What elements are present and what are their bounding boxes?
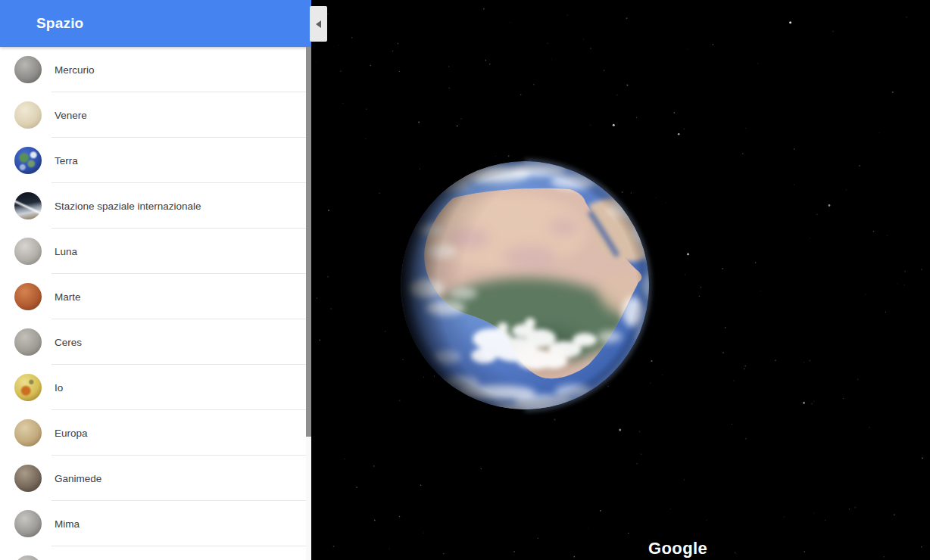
sidebar-collapse-button[interactable] bbox=[310, 6, 327, 42]
mimas-thumbnail bbox=[14, 510, 42, 537]
iss-thumbnail bbox=[14, 192, 42, 219]
sidebar-item-stazione-spaziale-internazionale[interactable]: Stazione spaziale internazionale bbox=[0, 183, 306, 229]
sidebar-item-label: Marte bbox=[55, 291, 81, 303]
earth-globe[interactable] bbox=[400, 160, 660, 421]
sidebar-item-venere[interactable]: Venere bbox=[0, 92, 306, 138]
mars-thumbnail bbox=[14, 283, 42, 310]
sidebar-scrollbar[interactable] bbox=[306, 47, 311, 560]
sidebar-item-label: Stazione spaziale internazionale bbox=[55, 201, 201, 212]
sidebar-item-label: Io bbox=[55, 382, 63, 394]
planet-list: MercurioVenereTerraStazione spaziale int… bbox=[0, 47, 306, 560]
sidebar-item-label: Mercurio bbox=[55, 64, 95, 76]
sidebar-item-label: Mima bbox=[55, 518, 80, 530]
sidebar-item-ganimede[interactable]: Ganimede bbox=[0, 456, 306, 501]
ganymede-thumbnail bbox=[14, 465, 42, 492]
earth-thumbnail bbox=[14, 147, 42, 174]
google-maps-space-view: Google Spazio MercurioVenereTerraStazion… bbox=[0, 0, 930, 560]
sidebar-item-marte[interactable]: Marte bbox=[0, 274, 306, 319]
sidebar-item-mercurio[interactable]: Mercurio bbox=[0, 47, 306, 92]
europa-thumbnail bbox=[14, 419, 42, 446]
ceres-thumbnail bbox=[14, 328, 42, 356]
sidebar-item-partial[interactable] bbox=[0, 546, 306, 560]
venus-thumbnail bbox=[14, 101, 42, 129]
page-title: Spazio bbox=[36, 15, 83, 32]
partial-thumbnail bbox=[14, 555, 42, 560]
sidebar: Spazio MercurioVenereTerraStazione spazi… bbox=[0, 0, 311, 560]
google-logo: Google bbox=[648, 539, 707, 558]
sidebar-item-label: Venere bbox=[55, 110, 87, 121]
moon-thumbnail bbox=[14, 238, 42, 265]
sidebar-item-luna[interactable]: Luna bbox=[0, 229, 306, 274]
sidebar-item-io[interactable]: Io bbox=[0, 365, 306, 410]
sidebar-item-label: Ganimede bbox=[55, 473, 101, 484]
sidebar-header: Spazio bbox=[0, 0, 311, 47]
chevron-left-icon bbox=[316, 20, 321, 28]
sidebar-item-europa[interactable]: Europa bbox=[0, 410, 306, 456]
scrollbar-thumb[interactable] bbox=[306, 47, 311, 437]
sidebar-item-label: Europa bbox=[55, 428, 88, 439]
sidebar-item-label: Terra bbox=[55, 155, 78, 166]
sidebar-item-label: Ceres bbox=[55, 337, 82, 348]
sidebar-item-mima[interactable]: Mima bbox=[0, 501, 306, 546]
io-thumbnail bbox=[14, 374, 42, 401]
mercury-thumbnail bbox=[14, 56, 42, 83]
sidebar-item-label: Luna bbox=[55, 246, 77, 257]
sidebar-item-ceres[interactable]: Ceres bbox=[0, 319, 306, 365]
sidebar-item-terra[interactable]: Terra bbox=[0, 138, 306, 183]
